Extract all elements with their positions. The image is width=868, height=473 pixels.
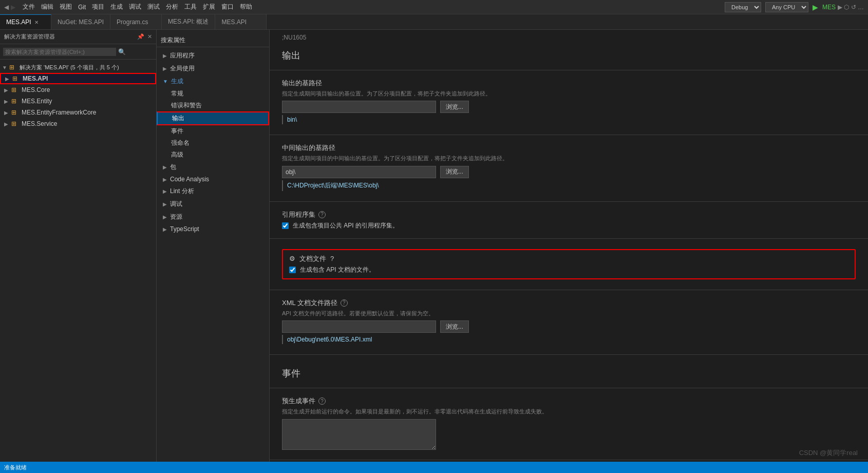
menu-analyze[interactable]: 分析 [163,3,181,11]
toolbar-icon-forward[interactable]: ▶ [11,4,15,11]
nuget-notice: ;NU1605 [270,30,868,41]
nav-build-strong-name[interactable]: 强命名 [157,137,269,149]
nav-lint[interactable]: ▶ Lint 分析 [157,185,269,198]
xml-doc-path-browse[interactable]: 浏览... [440,320,469,333]
project-mes-core[interactable]: ▶ ⊞ MES.Core [0,84,156,96]
project-icon-mes-efcore: ⊞ [11,109,20,116]
solution-icon: ⊞ [9,64,17,71]
mes-api-arrow: ▶ [5,76,12,82]
nav-typescript-label: TypeScript [170,225,199,233]
output-section-title: 输出 [270,41,868,66]
menu-debug[interactable]: 调试 [126,3,144,11]
nav-typescript[interactable]: ▶ TypeScript [157,223,269,235]
reference-assembly-info-icon[interactable]: ? [318,211,326,218]
menu-view[interactable]: 视图 [56,3,75,11]
cpu-select[interactable]: Any CPU [765,2,808,12]
menu-tools[interactable]: 工具 [181,3,200,11]
pin-icon[interactable]: 📌 [137,33,144,40]
sidebar-close-icon[interactable]: ✕ [147,33,152,40]
sidebar-search-input[interactable] [3,48,116,56]
nav-typescript-arrow: ▶ [163,226,167,232]
sidebar-header: 解决方案资源管理器 📌 ✕ [0,30,156,44]
doc-file-highlight-box: ⚙ 文档文件 ? 生成包含 API 文档的文件。 [282,249,856,279]
solution-label: 解决方案 'MES.API' (5 个项目，共 5 个) [20,64,119,71]
nav-build-arrow: ▼ [163,79,168,84]
intermediate-path-group: 中间输出的基路径 指定生成期间项目的中间输出的基位置。为了区分项目配置，将把子文… [270,139,868,197]
run-button[interactable]: ▶ [810,3,820,11]
nav-build-events[interactable]: 事件 [157,125,269,137]
nav-code-analysis-label: Code Analysis [170,176,209,183]
nav-global-using[interactable]: ▶ 全局使用 [157,62,269,75]
menu-test[interactable]: 测试 [144,3,163,11]
menu-extensions[interactable]: 扩展 [200,3,218,11]
nav-build-advanced[interactable]: 高级 [157,149,269,161]
pre-build-info-icon[interactable]: ? [318,398,326,405]
sidebar-title: 解决方案资源管理器 [4,33,55,41]
pre-build-event-input[interactable] [282,419,436,450]
doc-file-group: ⚙ 文档文件 ? 生成包含 API 文档的文件。 [270,243,868,286]
nav-debug-arrow: ▶ [163,201,167,207]
menu-file[interactable]: 文件 [20,3,38,11]
pre-build-event-label: 预生成事件 ? [282,396,856,406]
events-section-title: 事件 [270,359,868,384]
tab-close-0[interactable]: ✕ [34,20,39,25]
project-name: MES [822,4,836,11]
nav-debug-label: 调试 [170,200,182,209]
project-label-mes-service: MES.Service [22,120,57,127]
project-icon-mes-core: ⊞ [11,86,20,93]
nav-code-analysis[interactable]: ▶ Code Analysis [157,174,269,185]
project-mes-efcore[interactable]: ▶ ⊞ MES.EntityFrameworkCore [0,107,156,118]
doc-file-info-icon[interactable]: ? [330,255,334,262]
menu-build[interactable]: 生成 [107,3,126,11]
menu-project[interactable]: 项目 [89,3,107,11]
menu-git[interactable]: Git [75,4,89,11]
tab-label-4: MES.API [221,18,247,26]
reference-assembly-checkbox[interactable] [282,222,289,229]
xml-doc-path-input[interactable] [282,320,436,333]
project-mes-entity[interactable]: ▶ ⊞ MES.Entity [0,96,156,107]
output-base-path-input[interactable] [282,101,436,113]
toolbar-icons-left: ◀ ▶ [4,4,15,11]
tab-nuget[interactable]: NuGet: MES.API [51,14,110,29]
content-area: 搜索属性 ▶ 应用程序 ▶ 全局使用 ▼ 生成 常规 [157,30,868,473]
menu-window[interactable]: 窗口 [218,3,237,11]
nav-build[interactable]: ▼ 生成 [157,75,269,88]
nav-app-arrow: ▶ [163,53,167,59]
output-base-path-browse[interactable]: 浏览... [440,101,469,113]
xml-doc-path-value: obj\Debug\net6.0\MES.API.xml [282,335,856,344]
properties-panel: 搜索属性 ▶ 应用程序 ▶ 全局使用 ▼ 生成 常规 [157,30,868,473]
nav-application[interactable]: ▶ 应用程序 [157,49,269,62]
nav-debug[interactable]: ▶ 调试 [157,198,269,211]
toolbar-icon-back[interactable]: ◀ [4,4,9,11]
debug-config-select[interactable]: Debug [725,2,761,12]
tab-mes-api-active[interactable]: MES.API ✕ [0,14,51,29]
output-base-path-label: 输出的基路径 [282,79,856,88]
pre-build-event-group: 预生成事件 ? 指定生成开始前运行的命令。如果项目是最新的，则不运行。非零退出代… [270,392,868,455]
project-mes-api[interactable]: ▶ ⊞ MES.API [0,73,156,84]
sidebar-header-icons: 📌 ✕ [137,33,152,40]
nav-build-common[interactable]: 常规 [157,88,269,100]
nav-resources[interactable]: ▶ 资源 [157,211,269,223]
reference-assembly-checkbox-label: 生成包含项目公共 API 的引用程序集。 [293,221,399,230]
nav-package[interactable]: ▶ 包 [157,161,269,174]
watermark: CSDN @黄同学real [799,448,858,458]
menu-help[interactable]: 帮助 [237,3,255,11]
tab-overview[interactable]: MES.API: 概述 [162,14,215,29]
nav-build-errors[interactable]: 错误和警告 [157,100,269,111]
project-label-mes-core: MES.Core [22,86,50,93]
tab-mes-api-2[interactable]: MES.API [215,14,267,29]
mes-entity-arrow: ▶ [4,99,11,104]
doc-file-checkbox[interactable] [289,267,296,273]
xml-doc-path-info-icon[interactable]: ? [341,299,348,307]
nav-build-output[interactable]: 输出 [157,111,269,125]
tab-program[interactable]: Program.cs [110,14,162,29]
intermediate-path-input[interactable] [282,166,436,178]
nav-resources-arrow: ▶ [163,214,167,220]
tab-label-1: NuGet: MES.API [58,18,104,26]
project-label-mes-api: MES.API [23,75,48,82]
project-mes-service[interactable]: ▶ ⊞ MES.Service [0,118,156,129]
menu-edit[interactable]: 编辑 [38,3,56,11]
gear-icon: ⚙ [289,255,295,262]
intermediate-path-browse[interactable]: 浏览... [440,166,469,178]
solution-root[interactable]: ▼ ⊞ 解决方案 'MES.API' (5 个项目，共 5 个) [0,62,156,73]
